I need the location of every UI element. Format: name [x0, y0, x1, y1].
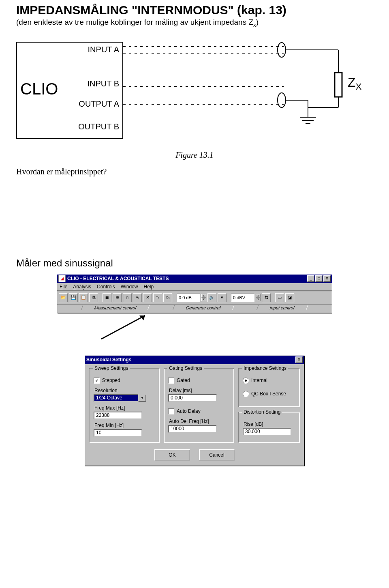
auto-del-freq-input[interactable]: 10000 — [168, 425, 217, 433]
gated-checkbox[interactable] — [168, 378, 174, 384]
diagram: CLIO INPUT A INPUT B OUTPUT A OUTPUT B — [16, 36, 369, 146]
load-label: ZX — [348, 75, 361, 92]
autoscale-icon[interactable]: ▭ — [275, 293, 284, 302]
rise-input[interactable]: 30.000 — [243, 428, 291, 436]
qcbox-label: QC Box I Sense — [251, 391, 286, 397]
ok-button[interactable]: OK — [154, 449, 190, 461]
app-menubar: File Analysis Controls Window Help — [57, 283, 332, 291]
wiring-svg — [16, 36, 369, 146]
resolution-label: Resolution — [94, 388, 155, 393]
app-toolbar: 📂 💾 📋 🖶 ▮▮ ≋ ⎍ ∿ ✕ Ts Qc 0.0 dB ▲▼ 🔈 ▾ 0… — [57, 291, 332, 305]
freq-max-label: Freq Max [Hz] — [94, 405, 155, 411]
app-titlebar: ◢ CLIO - ELECTRICAL & ACOUSTICAL TESTS _… — [57, 275, 332, 283]
section-2-heading: Måler med sinussignal — [16, 258, 373, 269]
stepped-label: Stepped — [102, 378, 120, 383]
figure-caption: Figure 13.1 — [16, 150, 373, 160]
internal-radio[interactable] — [243, 378, 249, 384]
ts-icon[interactable]: Ts — [153, 293, 162, 302]
stepped-checkbox[interactable]: ✔ — [94, 378, 100, 384]
subtitle-subscript: x — [253, 22, 256, 28]
sine-icon[interactable]: ∿ — [133, 293, 142, 302]
impedance-group-title: Impedance Settings — [242, 365, 288, 371]
speaker-icon[interactable]: 🔈 — [207, 293, 216, 302]
save-icon[interactable]: 💾 — [69, 293, 78, 302]
svg-point-4 — [278, 43, 286, 57]
gated-label: Gated — [177, 378, 190, 383]
menu-help[interactable]: Help — [143, 284, 154, 290]
copy-icon[interactable]: 📋 — [79, 293, 88, 302]
control-labels-row: Measurement control Generator control In… — [57, 305, 332, 313]
svg-rect-16 — [335, 73, 342, 97]
page-subtitle: (den enkleste av tre mulige koblinger fo… — [16, 18, 373, 28]
scope-icon[interactable]: ✕ — [143, 293, 152, 302]
menu-controls[interactable]: Controls — [97, 284, 115, 290]
question-text: Hvordan er måleprinsippet? — [16, 167, 373, 176]
link-icon[interactable]: ⇆ — [262, 293, 271, 302]
subtitle-text: (den enkleste av tre mulige koblinger fo… — [16, 18, 253, 26]
db-field[interactable]: 0.0 dB — [177, 294, 200, 302]
chevron-down-icon[interactable]: ▼ — [138, 394, 146, 402]
measurement-ctrl-label: Measurement control — [81, 305, 150, 310]
resolution-combo[interactable]: 1/24 Octave ▼ — [94, 394, 155, 402]
input-ctrl-label: Input control — [256, 305, 308, 310]
qc-icon[interactable]: Qc — [163, 293, 172, 302]
pointer-arrow-icon — [97, 314, 162, 342]
freq-min-input[interactable]: 10 — [94, 429, 142, 437]
menu-analysis[interactable]: Analysis — [73, 284, 91, 290]
clio-app-window: ◢ CLIO - ELECTRICAL & ACOUSTICAL TESTS _… — [57, 275, 332, 313]
auto-del-freq-label: Auto Del Freq [Hz] — [169, 418, 230, 424]
gating-settings-group: Gating Settings Gated Delay [ms] 0.000 A… — [164, 368, 234, 443]
maximize-button[interactable]: □ — [315, 275, 323, 282]
impedance-settings-group: Impedance Settings Internal QC Box I Sen… — [238, 368, 300, 407]
wave-icon[interactable]: ⎍ — [123, 293, 132, 302]
minimize-button[interactable]: _ — [307, 275, 314, 282]
dialog-close-button[interactable]: × — [295, 356, 303, 363]
svg-point-5 — [278, 93, 286, 107]
auto-delay-label: Auto Delay — [177, 408, 201, 414]
delay-label: Delay [ms] — [169, 388, 230, 393]
menu-file[interactable]: File — [60, 284, 67, 290]
app-icon: ◢ — [58, 275, 66, 282]
freq-min-label: Freq Min [Hz] — [94, 423, 155, 428]
open-icon[interactable]: 📂 — [59, 293, 68, 302]
distortion-setting-group: Distortion Setting Rise [dB] 30.000 — [238, 412, 300, 443]
distortion-group-title: Distortion Setting — [242, 409, 282, 415]
subtitle-tail: ) — [256, 18, 259, 26]
rise-label: Rise [dB] — [244, 421, 295, 427]
svg-line-17 — [101, 315, 145, 339]
close-button[interactable]: × — [323, 275, 331, 282]
resolution-value: 1/24 Octave — [94, 394, 138, 402]
auto-delay-checkbox[interactable] — [168, 408, 174, 414]
generator-ctrl-label: Generator control — [172, 305, 234, 310]
load-z: Z — [348, 75, 356, 90]
internal-label: Internal — [251, 378, 267, 383]
dropdown-gen-icon[interactable]: ▾ — [218, 293, 227, 302]
app-title: CLIO - ELECTRICAL & ACOUSTICAL TESTS — [67, 276, 169, 281]
dbv-field[interactable]: 0 dBV — [231, 294, 254, 302]
print-icon[interactable]: 🖶 — [89, 293, 98, 302]
sweep-group-title: Sweep Settings — [93, 365, 130, 371]
gating-group-title: Gating Settings — [167, 365, 204, 371]
menu-window[interactable]: Window — [121, 284, 138, 290]
page-title: IMPEDANSMÅLING "INTERNMODUS" (kap. 13) — [16, 3, 373, 17]
sweep-settings-group: Sweep Settings ✔ Stepped Resolution 1/24… — [89, 368, 160, 443]
sinusoidal-settings-dialog: Sinusoidal Settings × Sweep Settings ✔ S… — [85, 355, 304, 466]
load-sub: X — [356, 82, 362, 92]
dialog-titlebar: Sinusoidal Settings × — [85, 356, 304, 364]
delay-input[interactable]: 0.000 — [168, 394, 217, 402]
cancel-button[interactable]: Cancel — [199, 449, 235, 461]
misc-icon[interactable]: ◪ — [285, 293, 294, 302]
qcbox-radio[interactable] — [243, 391, 249, 397]
dbv-spinner[interactable]: ▲▼ — [256, 294, 261, 301]
mls-icon[interactable]: ▮▮ — [103, 293, 111, 302]
db-spinner[interactable]: ▲▼ — [201, 294, 206, 301]
freq-max-input[interactable]: 22388 — [94, 412, 142, 419]
dialog-title: Sinusoidal Settings — [86, 357, 131, 363]
fft-icon[interactable]: ≋ — [113, 293, 122, 302]
